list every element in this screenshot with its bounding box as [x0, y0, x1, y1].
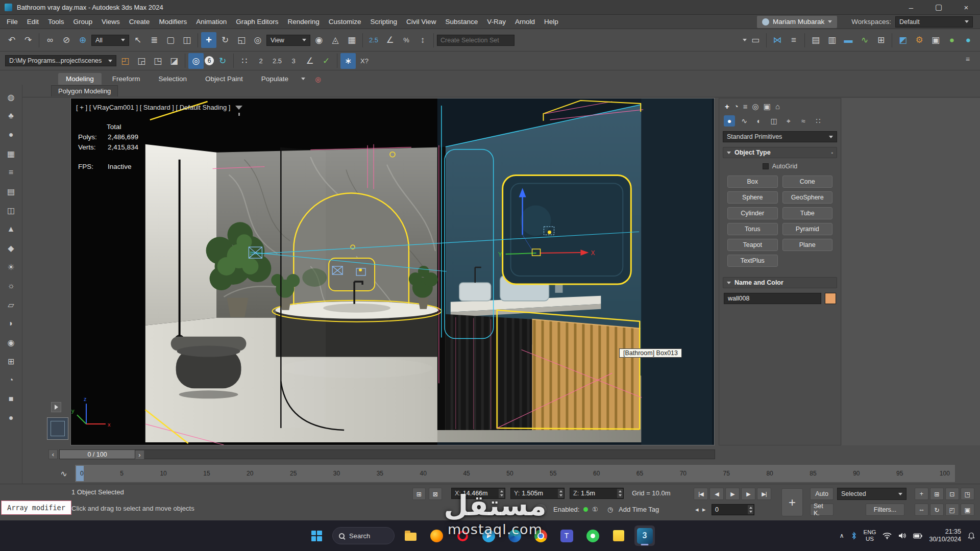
select-and-rotate-icon[interactable]: ↻	[217, 32, 233, 48]
zoom-extents-icon[interactable]: ⊡	[945, 488, 959, 500]
primitive-category-dropdown[interactable]: Standard Primitives	[723, 131, 837, 142]
menu-help[interactable]: Help	[540, 18, 563, 26]
menu-tools[interactable]: Tools	[43, 18, 69, 26]
previous-key-button[interactable]: ◀	[709, 488, 724, 500]
previous-frame-button[interactable]: ‹	[48, 449, 58, 459]
layer-explorer-icon[interactable]: ▥	[824, 32, 840, 48]
go-to-end-button[interactable]: ▶|	[757, 488, 771, 500]
undo-button[interactable]: ↶	[4, 32, 19, 48]
clock-block[interactable]: 21:35 30/10/2024	[929, 528, 961, 543]
user-account-menu[interactable]: Mariam Mubarak	[757, 16, 837, 28]
box-button[interactable]: Box	[727, 176, 778, 188]
notification-bell-icon[interactable]	[968, 532, 975, 540]
curve-editor-icon[interactable]: ∿	[857, 32, 872, 48]
menu-vray[interactable]: V-Ray	[482, 18, 510, 26]
tray-chevron-icon[interactable]: ∧	[840, 532, 844, 539]
plane-tool-icon[interactable]: ▱	[4, 297, 19, 312]
angle-snap-toggle-icon[interactable]: ∠	[302, 53, 317, 69]
language-indicator[interactable]: ENG US	[864, 529, 876, 542]
cube-tool-icon[interactable]: ■	[4, 392, 19, 406]
auto-key-button[interactable]: Auto	[810, 488, 834, 500]
grid-points-icon[interactable]: ∷	[237, 53, 252, 69]
object-name-input[interactable]	[724, 293, 821, 304]
spinner-icon[interactable]	[748, 505, 753, 514]
select-and-scale-icon[interactable]: ◱	[234, 32, 249, 48]
filter-funnel-icon[interactable]	[235, 106, 242, 110]
snaps-toggle-icon[interactable]: 2.5	[366, 32, 381, 48]
render-production-icon[interactable]: ●	[944, 32, 960, 48]
menu-civil-view[interactable]: Civil View	[402, 18, 440, 26]
orbit-tool-icon[interactable]: ◔	[4, 373, 19, 387]
viewport-label[interactable]: [ + ] [ VRayCam001 ] [ Standard ] [ Defa…	[76, 104, 242, 111]
opera-button[interactable]	[452, 525, 473, 546]
maximize-button[interactable]: ▢	[925, 0, 952, 14]
expand-panel-button[interactable]	[51, 402, 61, 412]
reference-coordinate-dropdown[interactable]: View	[266, 35, 310, 46]
set-key-mode-button[interactable]: Set K.	[810, 504, 834, 516]
file-link-icon[interactable]: ◳	[150, 53, 165, 69]
cylinder-button[interactable]: Cylinder	[727, 207, 778, 219]
schematic-view-icon[interactable]: ⊞	[873, 32, 889, 48]
frame-forward-icon[interactable]: ▸	[702, 506, 706, 513]
category-systems-icon[interactable]: ∷	[813, 115, 824, 127]
scene-explorer-icon[interactable]: ▤	[808, 32, 823, 48]
zoom-all-icon[interactable]: ⊞	[930, 488, 944, 500]
selected-set-dropdown[interactable]: Selected	[837, 488, 906, 500]
plane-button[interactable]: Plane	[782, 239, 833, 251]
menu-rendering[interactable]: Rendering	[283, 18, 324, 26]
next-key-button[interactable]: ▶	[741, 488, 755, 500]
y-coordinate-field[interactable]: Y: 1.505m	[510, 488, 565, 499]
menu-graph-editors[interactable]: Graph Editors	[231, 18, 283, 26]
start-button[interactable]	[306, 525, 327, 546]
clay-pot-tool-icon[interactable]: ◍	[4, 90, 19, 104]
spinner-icon[interactable]	[499, 489, 504, 498]
chrome-button[interactable]	[530, 525, 551, 546]
category-lights-icon[interactable]: ◐	[753, 115, 765, 127]
clay-ball-tool-icon[interactable]: ●	[4, 128, 19, 142]
snap-25d-icon[interactable]: 2.5	[270, 53, 285, 69]
spinner-snap-icon[interactable]: ↕	[415, 32, 430, 48]
xref-scene-icon[interactable]: ◰	[117, 53, 133, 69]
snap-frozen-icon[interactable]: X?	[357, 53, 372, 69]
orbit-icon[interactable]: ↻	[930, 504, 944, 516]
keyboard-shortcut-toggle-icon[interactable]: ▦	[344, 32, 359, 48]
tab-motion-icon[interactable]: ◎	[752, 102, 759, 111]
list-tool-icon[interactable]: ≡	[4, 165, 19, 180]
info-badge-icon[interactable]: ①	[592, 506, 598, 513]
material-editor-icon[interactable]: ◩	[895, 32, 911, 48]
autogrid-checkbox[interactable]	[763, 163, 769, 169]
asset-tracking-icon[interactable]: ◪	[166, 53, 182, 69]
telegram-button[interactable]	[478, 525, 499, 546]
category-geometry-icon[interactable]: ●	[724, 115, 735, 127]
bluetooth-icon[interactable]	[851, 532, 857, 540]
menu-group[interactable]: Group	[69, 18, 97, 26]
bind-to-spacewarp-icon[interactable]: ⊕	[75, 32, 90, 48]
category-spacewarps-icon[interactable]: ≈	[798, 115, 809, 127]
tab-display-icon[interactable]: ▣	[764, 102, 771, 111]
search-box[interactable]: Search	[332, 527, 395, 544]
subtab-polygon-modeling[interactable]: Polygon Modeling	[51, 85, 118, 96]
menu-arnold[interactable]: Arnold	[510, 18, 540, 26]
play-button[interactable]: ▶	[725, 488, 740, 500]
zoom-region-icon[interactable]: ◳	[961, 488, 974, 500]
firefox-button[interactable]	[426, 525, 447, 546]
wifi-icon[interactable]	[883, 532, 892, 539]
mirror-icon[interactable]: ⋈	[770, 32, 785, 48]
close-button[interactable]: ×	[952, 0, 980, 14]
frame-ruler[interactable]: 0 5 10 15 20 25 30 35 40 45 50 55 60 65 …	[75, 464, 955, 483]
name-color-rollout[interactable]: Name and Color	[723, 277, 837, 288]
category-cameras-icon[interactable]: ◫	[768, 115, 779, 127]
snap-check-icon[interactable]: ✓	[318, 53, 334, 69]
select-by-name-icon[interactable]: ≣	[146, 32, 162, 48]
rendered-frame-window-icon[interactable]: ▣	[928, 32, 943, 48]
menu-scripting[interactable]: Scripting	[366, 18, 402, 26]
grid-box-tool-icon[interactable]: ⊞	[4, 354, 19, 368]
frame-back-icon[interactable]: ◂	[695, 506, 699, 513]
hemisphere-tool-icon[interactable]: ◗	[4, 316, 19, 331]
tab-freeform[interactable]: Freeform	[105, 73, 148, 85]
sun-tool-icon[interactable]: ☀	[4, 260, 19, 274]
freeze-toggle-icon[interactable]: ∗	[340, 53, 356, 69]
array-tool-icon[interactable]: ▤	[4, 184, 19, 198]
teams-button[interactable]: T	[556, 525, 577, 546]
time-slider-handle[interactable]: 0 / 100	[60, 450, 135, 459]
